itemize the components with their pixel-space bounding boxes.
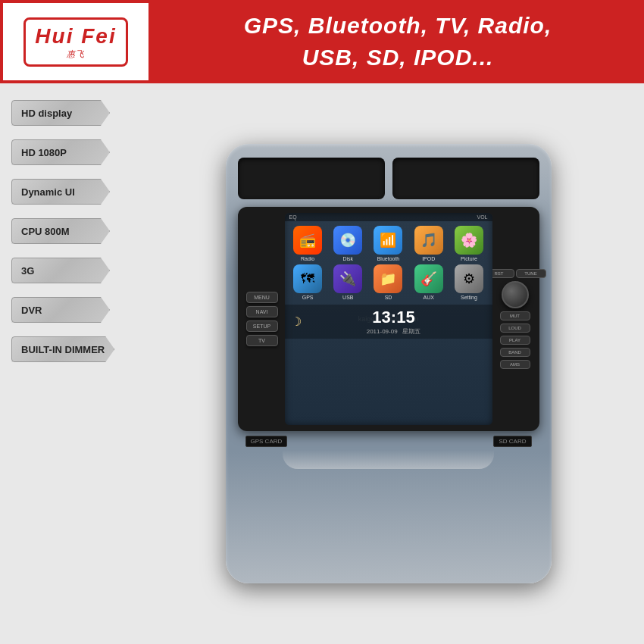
app-label-sd: SD bbox=[385, 295, 392, 300]
feature-badge-3g: 3G bbox=[11, 256, 133, 285]
right-btn-play[interactable]: PLAY bbox=[500, 336, 530, 345]
app-label-setting: Setting bbox=[461, 295, 477, 300]
feature-badge-cpu-800m: CPU 800M bbox=[11, 217, 133, 245]
feature-label-cpu-800m: CPU 800M bbox=[21, 226, 70, 237]
left-btn-tv[interactable]: TV bbox=[246, 335, 278, 346]
header: Hui Fei 惠飞 GPS, Bluetooth, TV, Radio, US… bbox=[0, 0, 644, 83]
header-tagline: GPS, Bluetooth, TV, Radio, USB, SD, IPOD… bbox=[244, 10, 552, 73]
eq-label: EQ bbox=[289, 214, 297, 220]
app-label-ipod: IPOD bbox=[422, 256, 435, 261]
app-label-radio: Radio bbox=[301, 256, 314, 261]
app-img-picture: 🌸 bbox=[455, 226, 483, 255]
feature-inner-dynamic-ui: Dynamic UI bbox=[11, 179, 110, 205]
app-icon-setting[interactable]: ⚙Setting bbox=[450, 264, 487, 300]
app-img-bluetooth: 📶 bbox=[374, 226, 402, 255]
device-area: MENUNAVISETUPTV kaigele.alibaba.com EQ V… bbox=[133, 83, 644, 644]
feature-label-built-in-dimmer: BUILT-IN DIMMER bbox=[21, 344, 105, 355]
sd-card-slot: SD CARD bbox=[493, 436, 531, 447]
main-content: HD displayHD 1080PDynamic UICPU 800M3GDV… bbox=[0, 83, 644, 644]
feature-badge-hd-display: HD display bbox=[11, 98, 133, 127]
app-icon-sd[interactable]: 📁SD bbox=[370, 264, 407, 300]
date-text: 2011-09-09 星期五 bbox=[302, 327, 486, 336]
stereo-bottom: GPS CARD SD CARD bbox=[238, 431, 539, 447]
right-top-btn-tune[interactable]: TUNE bbox=[516, 269, 546, 278]
moon-icon: ☽ bbox=[291, 314, 302, 329]
mut-btn[interactable]: MUT bbox=[500, 311, 530, 320]
app-label-usb: USB bbox=[342, 295, 353, 300]
screen: kaigele.alibaba.com EQ VOL 📻Radio💿Disk📶B… bbox=[285, 213, 492, 425]
app-img-aux: 🎸 bbox=[414, 264, 443, 293]
feature-label-dynamic-ui: Dynamic UI bbox=[21, 186, 75, 198]
app-icon-radio[interactable]: 📻Radio bbox=[289, 226, 327, 261]
bottom-shape bbox=[283, 450, 494, 469]
left-btn-menu[interactable]: MENU bbox=[246, 292, 278, 303]
feature-label-3g: 3G bbox=[21, 265, 34, 277]
feature-label-hd-1080p: HD 1080P bbox=[21, 147, 67, 158]
right-knob[interactable] bbox=[502, 281, 529, 308]
app-grid: 📻Radio💿Disk📶Bluetooth🎵IPOD🌸Picture🗺GPS🔌U… bbox=[285, 221, 492, 305]
time-text: 13:15 bbox=[302, 308, 486, 327]
app-icon-picture[interactable]: 🌸Picture bbox=[450, 226, 487, 261]
left-controls: MENUNAVISETUPTV bbox=[244, 292, 280, 346]
tagline-line2: USB, SD, IPOD... bbox=[244, 42, 552, 73]
feature-inner-built-in-dimmer: BUILT-IN DIMMER bbox=[11, 336, 114, 362]
features-panel: HD displayHD 1080PDynamic UICPU 800M3GDV… bbox=[0, 83, 133, 644]
gps-card-slot: GPS CARD bbox=[245, 436, 288, 447]
header-text-area: GPS, Bluetooth, TV, Radio, USB, SD, IPOD… bbox=[152, 0, 644, 83]
app-label-aux: AUX bbox=[423, 295, 433, 300]
vent-right bbox=[392, 158, 539, 199]
left-btn-navi[interactable]: NAVI bbox=[246, 306, 278, 317]
feature-label-dvr: DVR bbox=[21, 305, 42, 316]
vol-label: VOL bbox=[477, 214, 487, 220]
app-img-usb: 🔌 bbox=[333, 264, 362, 293]
feature-badge-dvr: DVR bbox=[11, 295, 133, 324]
app-img-gps: 🗺 bbox=[293, 264, 322, 293]
feature-badge-hd-1080p: HD 1080P bbox=[11, 138, 133, 167]
display-unit: MENUNAVISETUPTV kaigele.alibaba.com EQ V… bbox=[238, 207, 539, 431]
app-label-picture: Picture bbox=[461, 256, 477, 261]
app-icon-disk[interactable]: 💿Disk bbox=[330, 226, 367, 261]
left-btn-setup[interactable]: SETUP bbox=[246, 320, 278, 332]
feature-label-hd-display: HD display bbox=[21, 108, 72, 119]
feature-inner-hd-1080p: HD 1080P bbox=[11, 139, 110, 165]
right-btn-ams[interactable]: AMS bbox=[500, 360, 530, 369]
stereo-unit: MENUNAVISETUPTV kaigele.alibaba.com EQ V… bbox=[226, 144, 552, 583]
right-controls: RSTTUNEMUTLOUDPLAYBANDAMS bbox=[497, 269, 533, 369]
feature-inner-dvr: DVR bbox=[11, 297, 110, 323]
tagline-line1: GPS, Bluetooth, TV, Radio, bbox=[244, 10, 552, 42]
feature-inner-cpu-800m: CPU 800M bbox=[11, 218, 110, 244]
weekday: 星期五 bbox=[402, 328, 420, 335]
logo-main: Hui Fei bbox=[35, 24, 116, 48]
app-img-disk: 💿 bbox=[333, 226, 362, 255]
app-label-gps: GPS bbox=[302, 295, 314, 300]
right-btn-band[interactable]: BAND bbox=[500, 348, 530, 357]
app-img-setting: ⚙ bbox=[455, 264, 483, 293]
app-label-bluetooth: Bluetooth bbox=[377, 256, 400, 261]
feature-inner-3g: 3G bbox=[11, 258, 110, 283]
screen-top-bar: EQ VOL bbox=[285, 213, 492, 221]
screen-bottom: ☽ 13:15 2011-09-09 星期五 bbox=[285, 305, 492, 339]
logo-box: Hui Fei 惠飞 bbox=[23, 17, 127, 67]
app-icon-aux[interactable]: 🎸AUX bbox=[410, 264, 447, 300]
app-icon-gps[interactable]: 🗺GPS bbox=[289, 264, 327, 300]
top-vents bbox=[238, 158, 539, 199]
logo-sub: 惠飞 bbox=[35, 48, 116, 60]
feature-badge-built-in-dimmer: BUILT-IN DIMMER bbox=[11, 335, 133, 364]
app-icon-ipod[interactable]: 🎵IPOD bbox=[410, 226, 447, 261]
vent-left bbox=[238, 158, 385, 199]
logo-area: Hui Fei 惠飞 bbox=[0, 0, 152, 83]
time-display: 13:15 2011-09-09 星期五 bbox=[302, 308, 486, 336]
feature-inner-hd-display: HD display bbox=[11, 100, 110, 126]
app-label-disk: Disk bbox=[342, 256, 353, 261]
app-icon-bluetooth[interactable]: 📶Bluetooth bbox=[370, 226, 407, 261]
date: 2011-09-09 bbox=[367, 328, 398, 335]
app-img-ipod: 🎵 bbox=[414, 226, 443, 255]
right-btn-loud[interactable]: LOUD bbox=[500, 324, 530, 333]
display-frame: MENUNAVISETUPTV kaigele.alibaba.com EQ V… bbox=[244, 213, 533, 425]
app-img-sd: 📁 bbox=[374, 264, 402, 293]
feature-badge-dynamic-ui: Dynamic UI bbox=[11, 177, 133, 206]
app-icon-usb[interactable]: 🔌USB bbox=[330, 264, 367, 300]
app-img-radio: 📻 bbox=[293, 226, 322, 255]
